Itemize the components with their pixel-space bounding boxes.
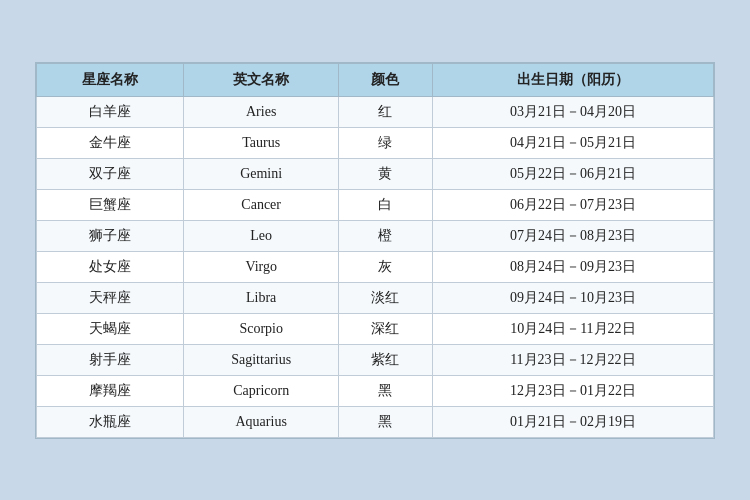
table-body: 白羊座Aries红03月21日－04月20日金牛座Taurus绿04月21日－0… (37, 96, 714, 437)
table-cell: Virgo (184, 251, 339, 282)
table-row: 巨蟹座Cancer白06月22日－07月23日 (37, 189, 714, 220)
table-row: 水瓶座Aquarius黑01月21日－02月19日 (37, 406, 714, 437)
table-row: 天蝎座Scorpio深红10月24日－11月22日 (37, 313, 714, 344)
table-cell: 处女座 (37, 251, 184, 282)
table-cell: 绿 (339, 127, 433, 158)
table-cell: 水瓶座 (37, 406, 184, 437)
table-row: 处女座Virgo灰08月24日－09月23日 (37, 251, 714, 282)
table-header-row: 星座名称英文名称颜色出生日期（阳历） (37, 63, 714, 96)
table-row: 射手座Sagittarius紫红11月23日－12月22日 (37, 344, 714, 375)
table-cell: Cancer (184, 189, 339, 220)
table-cell: 01月21日－02月19日 (432, 406, 713, 437)
table-cell: Capricorn (184, 375, 339, 406)
table-row: 天秤座Libra淡红09月24日－10月23日 (37, 282, 714, 313)
table-cell: 摩羯座 (37, 375, 184, 406)
table-cell: 07月24日－08月23日 (432, 220, 713, 251)
table-column-header: 英文名称 (184, 63, 339, 96)
table-cell: 09月24日－10月23日 (432, 282, 713, 313)
table-cell: 04月21日－05月21日 (432, 127, 713, 158)
table-cell: 黑 (339, 375, 433, 406)
table-cell: 黄 (339, 158, 433, 189)
table-cell: Leo (184, 220, 339, 251)
table-cell: 白羊座 (37, 96, 184, 127)
table-row: 摩羯座Capricorn黑12月23日－01月22日 (37, 375, 714, 406)
table-cell: 12月23日－01月22日 (432, 375, 713, 406)
table-row: 双子座Gemini黄05月22日－06月21日 (37, 158, 714, 189)
table-cell: 狮子座 (37, 220, 184, 251)
table-cell: 天蝎座 (37, 313, 184, 344)
table-row: 狮子座Leo橙07月24日－08月23日 (37, 220, 714, 251)
table-column-header: 颜色 (339, 63, 433, 96)
table-cell: 紫红 (339, 344, 433, 375)
table-cell: 10月24日－11月22日 (432, 313, 713, 344)
table-cell: 11月23日－12月22日 (432, 344, 713, 375)
table-cell: 03月21日－04月20日 (432, 96, 713, 127)
table-cell: 深红 (339, 313, 433, 344)
table-cell: 06月22日－07月23日 (432, 189, 713, 220)
table-cell: 红 (339, 96, 433, 127)
table-cell: 射手座 (37, 344, 184, 375)
zodiac-table: 星座名称英文名称颜色出生日期（阳历） 白羊座Aries红03月21日－04月20… (36, 63, 714, 438)
table-cell: 巨蟹座 (37, 189, 184, 220)
table-cell: 白 (339, 189, 433, 220)
table-cell: Sagittarius (184, 344, 339, 375)
table-cell: 淡红 (339, 282, 433, 313)
table-column-header: 出生日期（阳历） (432, 63, 713, 96)
table-cell: 灰 (339, 251, 433, 282)
table-cell: Scorpio (184, 313, 339, 344)
table-cell: 双子座 (37, 158, 184, 189)
table-cell: 黑 (339, 406, 433, 437)
table-cell: Libra (184, 282, 339, 313)
zodiac-table-container: 星座名称英文名称颜色出生日期（阳历） 白羊座Aries红03月21日－04月20… (35, 62, 715, 439)
table-column-header: 星座名称 (37, 63, 184, 96)
table-cell: 05月22日－06月21日 (432, 158, 713, 189)
table-cell: 08月24日－09月23日 (432, 251, 713, 282)
table-cell: Gemini (184, 158, 339, 189)
table-cell: Aries (184, 96, 339, 127)
table-cell: Taurus (184, 127, 339, 158)
table-cell: 金牛座 (37, 127, 184, 158)
table-row: 白羊座Aries红03月21日－04月20日 (37, 96, 714, 127)
table-cell: Aquarius (184, 406, 339, 437)
table-cell: 天秤座 (37, 282, 184, 313)
table-row: 金牛座Taurus绿04月21日－05月21日 (37, 127, 714, 158)
table-cell: 橙 (339, 220, 433, 251)
